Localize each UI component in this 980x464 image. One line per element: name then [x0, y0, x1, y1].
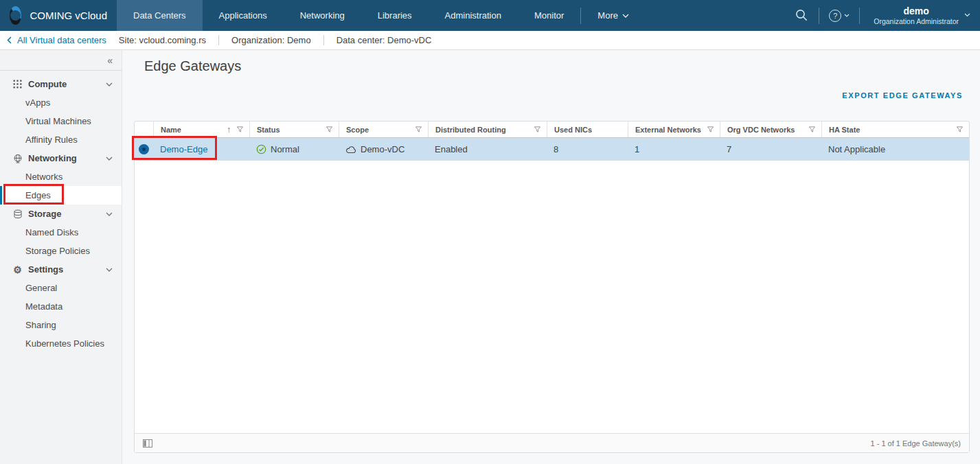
sidebar-item-virtual-machines[interactable]: Virtual Machines: [0, 112, 122, 130]
column-label: Org VDC Networks: [727, 126, 795, 134]
vdc-cloud-icon: [345, 146, 356, 154]
row-select-cell: [135, 138, 153, 161]
gear-icon: ⚙: [12, 264, 23, 275]
network-globe-icon: [12, 153, 23, 163]
sidebar-item-general[interactable]: General: [0, 279, 122, 297]
tab-label: Administration: [445, 10, 501, 21]
edge-gateway-link[interactable]: Demo-Edge: [160, 144, 207, 154]
filter-icon[interactable]: [534, 126, 541, 133]
cell-text: Not Applicable: [828, 144, 885, 154]
main-content: Edge Gateways EXPORT EDGE GATEWAYS Name …: [122, 50, 980, 464]
chevron-left-icon: [7, 36, 12, 44]
sidebar-item-sharing[interactable]: Sharing: [0, 316, 122, 334]
cell-status: Normal: [249, 138, 339, 161]
chevron-down-icon: [964, 13, 970, 17]
storage-disks-icon: [12, 209, 23, 219]
sidebar-item-named-disks[interactable]: Named Disks: [0, 223, 122, 242]
nav-item-label: Named Disks: [25, 227, 78, 237]
crumb-site: Site: vcloud.coming.rs: [119, 35, 206, 45]
cell-text: 8: [554, 144, 558, 154]
tab-applications[interactable]: Applications: [203, 0, 284, 31]
tab-label: Monitor: [534, 10, 564, 21]
filter-icon[interactable]: [415, 126, 422, 133]
topbar-actions: ? demo Organization Administrator: [795, 0, 980, 31]
chevron-down-icon: [844, 14, 850, 17]
tab-libraries[interactable]: Libraries: [361, 0, 429, 31]
cell-text: Enabled: [435, 144, 468, 154]
column-header-distributed-routing[interactable]: Distributed Routing: [428, 121, 547, 137]
table-row-demo-edge[interactable]: Demo-Edge Normal Demo-vDC Enabled 8 1: [135, 138, 969, 161]
sort-ascending-icon[interactable]: ↑: [227, 125, 231, 135]
column-selector-header: [135, 121, 153, 137]
user-role: Organization Administrator: [874, 17, 959, 26]
nav-item-label: General: [25, 283, 57, 293]
datagrid-empty-area: [135, 161, 969, 433]
top-bar: COMING vCloud Data Centers Applications …: [0, 0, 980, 31]
column-header-ha-state[interactable]: HA State: [821, 121, 969, 137]
nav-item-label: Sharing: [25, 320, 56, 330]
section-label: Networking: [28, 153, 77, 163]
sidebar-section-compute[interactable]: Compute: [0, 75, 122, 93]
chevron-down-icon: [106, 156, 113, 161]
sidebar-section-networking[interactable]: Networking: [0, 149, 122, 167]
nav-item-label: Edges: [25, 190, 51, 200]
cell-distributed-routing: Enabled: [428, 138, 547, 161]
section-label: Storage: [28, 209, 61, 219]
filter-icon[interactable]: [236, 126, 244, 133]
nav-item-label: Networks: [25, 172, 62, 182]
filter-icon[interactable]: [326, 126, 333, 133]
topbar-divider: [819, 8, 819, 24]
crumb-divider: [218, 35, 219, 45]
row-radio-selected[interactable]: [139, 144, 149, 154]
section-label: Compute: [28, 79, 67, 89]
column-header-scope[interactable]: Scope: [339, 121, 428, 137]
help-icon: ?: [829, 10, 841, 22]
nav-item-label: vApps: [25, 97, 50, 108]
column-toggle-icon[interactable]: [143, 439, 152, 448]
tab-networking[interactable]: Networking: [284, 0, 361, 31]
tab-data-centers[interactable]: Data Centers: [117, 0, 203, 31]
tab-monitor[interactable]: Monitor: [518, 0, 580, 31]
sidebar-collapse-row: «: [0, 50, 122, 71]
sidebar-item-affinity-rules[interactable]: Affinity Rules: [0, 130, 122, 149]
brand-title: COMING vCloud: [30, 10, 107, 21]
nav-item-label: Virtual Machines: [25, 116, 91, 126]
tab-administration[interactable]: Administration: [429, 0, 518, 31]
user-menu[interactable]: demo Organization Administrator: [869, 5, 970, 25]
filter-icon[interactable]: [956, 126, 964, 133]
nav-item-label: Affinity Rules: [25, 135, 78, 145]
user-name: demo: [903, 5, 928, 17]
cell-external-networks: 1: [628, 138, 720, 161]
sidebar-item-edges[interactable]: Edges: [0, 186, 122, 205]
crumb-organization: Organization: Demo: [231, 35, 311, 45]
sidebar-item-storage-policies[interactable]: Storage Policies: [0, 242, 122, 260]
top-nav: Data Centers Applications Networking Lib…: [117, 0, 646, 31]
nav-item-label: Storage Policies: [25, 246, 90, 256]
chevron-down-icon: [622, 14, 629, 18]
column-header-org-vdc-networks[interactable]: Org VDC Networks: [720, 121, 821, 137]
sidebar-item-networks[interactable]: Networks: [0, 167, 122, 186]
nav-item-label: Kubernetes Policies: [25, 338, 104, 349]
search-icon[interactable]: [795, 8, 809, 23]
cell-text: 1: [635, 144, 639, 154]
filter-icon[interactable]: [707, 126, 714, 133]
row-count-text: 1 - 1 of 1 Edge Gateway(s): [871, 439, 961, 448]
column-header-external-networks[interactable]: External Networks: [628, 121, 720, 137]
column-header-used-nics[interactable]: Used NICs: [547, 121, 628, 137]
sidebar-item-vapps[interactable]: vApps: [0, 93, 122, 112]
sidebar-item-metadata[interactable]: Metadata: [0, 297, 122, 316]
tab-more[interactable]: More: [581, 0, 646, 31]
sidebar-section-settings[interactable]: ⚙ Settings: [0, 260, 122, 279]
column-header-name[interactable]: Name ↑: [153, 121, 249, 137]
column-header-status[interactable]: Status: [249, 121, 339, 137]
back-to-all-vdcs-link[interactable]: All Virtual data centers: [7, 35, 106, 45]
sidebar-nav: Compute vApps Virtual Machines Affinity …: [0, 71, 122, 353]
filter-icon[interactable]: [808, 126, 816, 133]
sidebar-section-storage[interactable]: Storage: [0, 205, 122, 223]
topbar-divider: [859, 8, 860, 24]
collapse-sidebar-icon[interactable]: «: [107, 55, 113, 66]
crumb-data-center: Data center: Demo-vDC: [337, 35, 432, 45]
sidebar-item-kubernetes-policies[interactable]: Kubernetes Policies: [0, 334, 122, 353]
export-edge-gateways-button[interactable]: EXPORT EDGE GATEWAYS: [842, 91, 963, 100]
help-menu[interactable]: ?: [829, 10, 850, 22]
